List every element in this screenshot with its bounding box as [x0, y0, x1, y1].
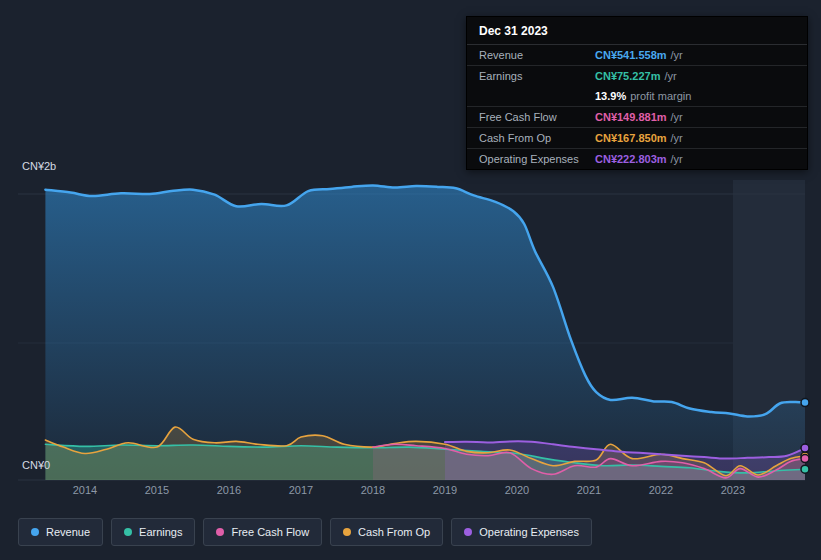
operating-expenses-endpoint-dot[interactable]	[801, 444, 809, 452]
tooltip-label: Operating Expenses	[479, 152, 595, 166]
legend-item-revenue[interactable]: Revenue	[18, 518, 103, 546]
tooltip-value: CN¥167.850m/yr	[595, 131, 683, 145]
tooltip-row-free-cash-flow: Free Cash Flow CN¥149.881m/yr	[467, 107, 807, 128]
x-axis-label-2019: 2019	[423, 484, 467, 496]
revenue-legend-dot-icon	[31, 528, 39, 536]
x-axis-label-2016: 2016	[207, 484, 251, 496]
x-axis-label-2021: 2021	[567, 484, 611, 496]
legend-item-operating-expenses[interactable]: Operating Expenses	[451, 518, 592, 546]
x-axis-label-2023: 2023	[711, 484, 755, 496]
legend-label: Free Cash Flow	[231, 526, 309, 538]
operating-expenses-legend-dot-icon	[464, 528, 472, 536]
earnings-endpoint-dot[interactable]	[801, 465, 809, 473]
revenue-endpoint-dot[interactable]	[801, 399, 809, 407]
tooltip-value: CN¥222.803m/yr	[595, 152, 683, 166]
earnings-legend-dot-icon	[124, 528, 132, 536]
tooltip-date: Dec 31 2023	[467, 17, 807, 45]
tooltip-row-earnings: Earnings CN¥75.227m/yr	[467, 66, 807, 86]
legend-label: Revenue	[46, 526, 90, 538]
y-axis-label-top: CN¥2b	[22, 160, 56, 172]
tooltip-label: Earnings	[479, 69, 595, 83]
tooltip-row-revenue: Revenue CN¥541.558m/yr	[467, 45, 807, 66]
data-tooltip: Dec 31 2023 Revenue CN¥541.558m/yr Earni…	[466, 16, 808, 170]
x-axis-label-2015: 2015	[135, 484, 179, 496]
tooltip-label: Cash From Op	[479, 131, 595, 145]
tooltip-row-profit-margin: 13.9%profit margin	[467, 86, 807, 107]
y-axis-label-bottom: CN¥0	[22, 459, 50, 471]
legend-item-cash-from-op[interactable]: Cash From Op	[330, 518, 443, 546]
legend-item-free-cash-flow[interactable]: Free Cash Flow	[203, 518, 322, 546]
tooltip-value: CN¥75.227m/yr	[595, 69, 677, 83]
tooltip-value: 13.9%profit margin	[595, 89, 691, 103]
x-axis-label-2014: 2014	[63, 484, 107, 496]
free-cash-flow-legend-dot-icon	[216, 528, 224, 536]
x-axis-label-2022: 2022	[639, 484, 683, 496]
tooltip-value: CN¥541.558m/yr	[595, 48, 683, 62]
x-axis-label-2018: 2018	[351, 484, 395, 496]
free-cash-flow-endpoint-dot[interactable]	[801, 455, 809, 463]
x-axis-label-2017: 2017	[279, 484, 323, 496]
tooltip-label: Free Cash Flow	[479, 110, 595, 124]
tooltip-label: Revenue	[479, 48, 595, 62]
legend-label: Operating Expenses	[479, 526, 579, 538]
legend-label: Earnings	[139, 526, 182, 538]
revenue-area	[45, 185, 805, 480]
legend: RevenueEarningsFree Cash FlowCash From O…	[18, 518, 592, 546]
legend-item-earnings[interactable]: Earnings	[111, 518, 195, 546]
tooltip-value: CN¥149.881m/yr	[595, 110, 683, 124]
financial-history-chart: CN¥2b CN¥0 20142015201620172018201920202…	[0, 0, 821, 560]
tooltip-row-operating-expenses: Operating Expenses CN¥222.803m/yr	[467, 149, 807, 169]
cash-from-op-legend-dot-icon	[343, 528, 351, 536]
legend-label: Cash From Op	[358, 526, 430, 538]
tooltip-row-cash-from-op: Cash From Op CN¥167.850m/yr	[467, 128, 807, 149]
x-axis-label-2020: 2020	[495, 484, 539, 496]
